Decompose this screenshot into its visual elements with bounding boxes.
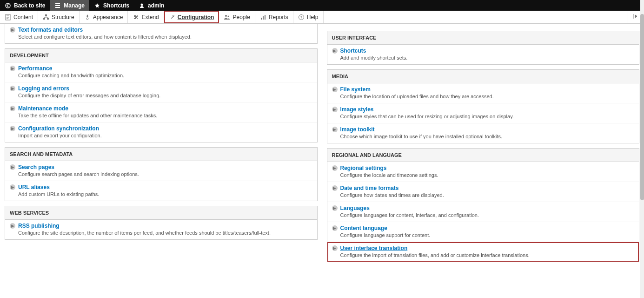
- link-maintenance[interactable]: Maintenance mode: [18, 105, 68, 112]
- manage-button[interactable]: Manage: [50, 0, 89, 11]
- svg-rect-12: [265, 15, 266, 20]
- item-content-language: ▶Content language Configure language sup…: [327, 222, 639, 242]
- item-performance: ▶Performance Configure caching and bandw…: [5, 62, 317, 82]
- link-logging[interactable]: Logging and errors: [18, 85, 69, 92]
- menu-spacer: [324, 11, 628, 23]
- desc-date-time: Configure how dates and times are displa…: [340, 192, 635, 198]
- desc-image-toolkit: Choose which image toolkit to use if you…: [340, 134, 635, 139]
- desc-content-language: Configure language support for content.: [340, 232, 635, 238]
- section-search: SEARCH AND METADATA ▶Search pages Config…: [5, 147, 318, 201]
- menu-extend[interactable]: Extend: [128, 11, 164, 23]
- menu-help[interactable]: ? Help: [293, 11, 324, 23]
- desc-logging: Configure the display of error messages …: [18, 93, 312, 98]
- header-regional: REGIONAL AND LANGUAGE: [327, 149, 639, 162]
- link-file-system[interactable]: File system: [340, 86, 371, 93]
- star-icon: [94, 2, 100, 9]
- menu-configuration[interactable]: Configuration: [164, 11, 219, 23]
- shortcuts-label: Shortcuts: [103, 2, 129, 9]
- link-date-time[interactable]: Date and time formats: [340, 185, 399, 191]
- people-icon: [224, 14, 230, 20]
- link-url-aliases[interactable]: URL aliases: [18, 184, 50, 190]
- menu-content-label: Content: [13, 14, 33, 20]
- link-languages[interactable]: Languages: [340, 205, 370, 211]
- item-logging: ▶Logging and errors Configure the displa…: [5, 82, 317, 102]
- user-button[interactable]: admin: [134, 0, 169, 11]
- user-label: admin: [148, 2, 164, 9]
- arrow-icon: ▶: [10, 106, 15, 111]
- item-maintenance: ▶Maintenance mode Take the site offline …: [5, 102, 317, 122]
- shortcuts-button[interactable]: Shortcuts: [89, 0, 134, 11]
- link-rss[interactable]: RSS publishing: [18, 223, 60, 229]
- user-icon: [139, 2, 145, 9]
- svg-point-0: [6, 3, 10, 8]
- item-ui-translation: ▶User interface translation Configure th…: [327, 242, 639, 262]
- desc-search-pages: Configure search pages and search indexi…: [18, 171, 312, 177]
- menu-extend-label: Extend: [141, 14, 159, 20]
- link-image-toolkit[interactable]: Image toolkit: [340, 126, 375, 133]
- link-performance[interactable]: Performance: [18, 65, 52, 72]
- svg-text:?: ?: [300, 15, 303, 20]
- desc-file-system: Configure the location of uploaded files…: [340, 94, 635, 99]
- link-search-pages[interactable]: Search pages: [18, 164, 54, 170]
- desc-maintenance: Take the site offline for updates and ot…: [18, 113, 312, 118]
- header-media: MEDIA: [327, 70, 639, 83]
- menu-appearance-label: Appearance: [93, 14, 123, 20]
- arrow-icon: ▶: [332, 185, 338, 191]
- section-partial-top: ▶ Text formats and editors Select and co…: [5, 24, 318, 44]
- content-icon: [5, 14, 11, 20]
- item-regional-settings: ▶Regional settings Configure the locale …: [327, 162, 639, 182]
- back-icon: [5, 2, 11, 9]
- arrow-icon: ▶: [332, 225, 338, 231]
- arrow-icon: ▶: [332, 87, 338, 92]
- menu-people[interactable]: People: [219, 11, 255, 23]
- hamburger-icon: [54, 2, 61, 9]
- link-regional-settings[interactable]: Regional settings: [340, 165, 387, 171]
- svg-point-1: [141, 3, 143, 6]
- menu-appearance[interactable]: Appearance: [80, 11, 128, 23]
- item-date-time: ▶Date and time formats Configure how dat…: [327, 182, 639, 202]
- item-search-pages: ▶Search pages Configure search pages and…: [5, 161, 317, 181]
- scrollbar[interactable]: [640, 0, 644, 267]
- arrow-icon: ▶: [10, 164, 15, 170]
- arrow-icon: ▶: [332, 165, 338, 171]
- desc-image-styles: Configure styles that can be used for re…: [340, 114, 635, 119]
- menu-reports-label: Reports: [269, 14, 288, 20]
- svg-rect-3: [45, 14, 47, 16]
- desc-performance: Configure caching and bandwidth optimiza…: [18, 73, 312, 78]
- structure-icon: [43, 14, 49, 20]
- menu-reports[interactable]: Reports: [255, 11, 293, 23]
- arrow-icon: ▶: [332, 107, 338, 112]
- link-text-formats[interactable]: Text formats and editors: [18, 27, 83, 33]
- desc-languages: Configure languages for content, interfa…: [340, 212, 635, 218]
- header-development: DEVELOPMENT: [5, 49, 317, 62]
- link-image-styles[interactable]: Image styles: [340, 106, 374, 113]
- item-image-styles: ▶Image styles Configure styles that can …: [327, 103, 639, 123]
- configuration-icon: [169, 14, 175, 20]
- svg-point-9: [228, 15, 229, 17]
- right-column: USER INTERFACE ▶Shortcuts Add and modify…: [322, 24, 644, 267]
- arrow-icon: ▶: [10, 184, 15, 190]
- link-shortcuts[interactable]: Shortcuts: [340, 47, 366, 54]
- menu-content[interactable]: Content: [0, 11, 38, 23]
- svg-point-6: [86, 18, 88, 20]
- desc-regional-settings: Configure the locale and timezone settin…: [340, 172, 635, 178]
- item-languages: ▶Languages Configure languages for conte…: [327, 202, 639, 222]
- arrow-icon: ▶: [332, 48, 338, 54]
- menu-structure[interactable]: Structure: [38, 11, 80, 23]
- desc-rss: Configure the site description, the numb…: [18, 230, 312, 236]
- link-content-language[interactable]: Content language: [340, 225, 387, 231]
- link-ui-translation[interactable]: User interface translation: [340, 245, 408, 251]
- item-image-toolkit: ▶Image toolkit Choose which image toolki…: [327, 123, 639, 143]
- section-web-services: WEB SERVICES ▶RSS publishing Configure t…: [5, 206, 318, 240]
- desc-url-aliases: Add custom URLs to existing paths.: [18, 191, 312, 197]
- left-column: ▶ Text formats and editors Select and co…: [0, 24, 322, 267]
- scrollbar-thumb[interactable]: [640, 14, 644, 200]
- reports-icon: [260, 14, 266, 20]
- svg-rect-11: [263, 16, 264, 20]
- back-to-site-button[interactable]: Back to site: [0, 0, 50, 11]
- link-config-sync[interactable]: Configuration synchronization: [18, 125, 99, 132]
- appearance-icon: [84, 14, 91, 20]
- arrow-icon: ▶: [10, 223, 15, 229]
- desc-shortcuts: Add and modify shortcut sets.: [340, 55, 635, 61]
- svg-rect-10: [261, 18, 262, 20]
